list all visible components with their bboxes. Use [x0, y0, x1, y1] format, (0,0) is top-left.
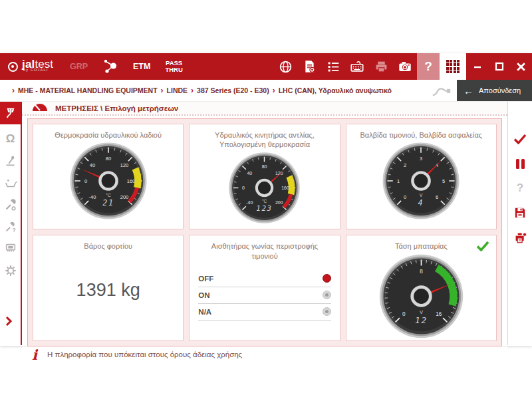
gauge-pump-motor-temp: -4004080120160200°C123	[227, 150, 302, 225]
svg-text:16: 16	[436, 311, 442, 317]
pause-icon	[515, 158, 525, 170]
help-panel-button[interactable]: ?	[513, 182, 527, 195]
radio-button[interactable]	[323, 291, 331, 299]
chevron-right-icon	[5, 316, 13, 327]
measurements-tabstrip: ΜΕΤΡΗΣΕΙΣ \ Επιλογή μετρήσεων	[22, 102, 507, 116]
printer-button[interactable]	[369, 53, 393, 80]
disconnect-button[interactable]: ← Αποσύνδεση	[457, 80, 532, 101]
svg-text:1: 1	[397, 178, 400, 184]
connection-cable-icon	[432, 80, 452, 101]
sidebar-item-settings[interactable]	[0, 259, 21, 281]
back-arrow-icon: ←	[464, 86, 473, 96]
oil-pan-icon	[4, 176, 17, 190]
minimize-icon	[473, 62, 482, 71]
svg-text:3: 3	[420, 156, 422, 162]
breadcrumb-item-system[interactable]: LHC (CAN), Υδραυλικό ανυψωτικό	[279, 86, 392, 94]
jaltest-logo-icon	[8, 62, 18, 72]
close-button[interactable]	[510, 53, 532, 80]
svg-text:40: 40	[89, 162, 94, 168]
save-icon	[514, 207, 526, 219]
report-print-button[interactable]	[513, 231, 527, 244]
card-title: Αισθητήρας γωνίας περιστροφής τιμονιού	[198, 241, 331, 261]
radio-option-on[interactable]: ON	[198, 287, 331, 304]
sidebar-item-service[interactable]	[0, 172, 21, 194]
svg-text:-40: -40	[247, 200, 253, 205]
breadcrumb-separator: ›	[161, 86, 164, 95]
minimize-button[interactable]	[466, 53, 488, 80]
card-title: Θερμοκρασία υδραυλικού λαδιού	[55, 130, 162, 140]
svg-text:4: 4	[418, 199, 424, 208]
measurements-panel: Θερμοκρασία υδραυλικού λαδιού -400408012…	[27, 118, 502, 346]
apps-grid-icon	[446, 60, 460, 74]
breadcrumb-separator: ›	[12, 86, 15, 95]
etm-button[interactable]: ETM	[133, 62, 150, 71]
measurement-card-pump-motor-temp: Υδραυλικός κινητήρας αντλίας, Υπολογισμέ…	[189, 124, 340, 229]
titlebar: jaltest by COJALI GRP ETM PASS THRU	[0, 53, 532, 80]
page-title: ΜΕΤΡΗΣΕΙΣ \ Επιλογή μετρήσεων	[55, 104, 178, 112]
apps-grid-button[interactable]	[440, 53, 466, 80]
globe-button[interactable]	[273, 53, 297, 80]
brand-subtitle: by COJALI	[23, 65, 48, 75]
svg-text:2: 2	[404, 162, 406, 168]
svg-text:0: 0	[402, 311, 406, 317]
keyboard-button[interactable]	[345, 53, 369, 80]
breadcrumb-item-brand[interactable]: LINDE	[167, 86, 188, 94]
sidebar-item-diagnostics[interactable]	[0, 102, 21, 124]
radio-option-na[interactable]: N/A	[198, 304, 331, 321]
svg-text:200: 200	[120, 194, 128, 200]
jaltest-logo[interactable]: jaltest by COJALI	[0, 59, 63, 74]
help-button[interactable]: ?	[417, 53, 440, 80]
left-sidebar: Ω	[0, 102, 22, 345]
gear-icon	[4, 264, 17, 277]
grp-button[interactable]: GRP	[70, 62, 88, 71]
report-button[interactable]	[297, 53, 321, 80]
vehicle-nodes-icon[interactable]	[102, 59, 118, 74]
radio-option-off[interactable]: OFF	[198, 271, 331, 287]
measurement-card-steering-valve: Βαλβίδα τιμονιού, Βαλβίδα ασφαλείας 0123…	[346, 124, 497, 229]
breadcrumb: › MHE - MATERIAL HANDLING EQUIPMENT › LI…	[0, 80, 426, 101]
wrench-gear-icon	[4, 198, 17, 211]
body-row: Ω	[0, 102, 532, 345]
printer-icon	[374, 60, 388, 74]
confirm-icon	[513, 134, 527, 144]
checklist-button[interactable]	[321, 53, 345, 80]
breadcrumb-item-series[interactable]: 387 Series (E20 - E30)	[197, 86, 269, 94]
camera-button[interactable]	[393, 53, 417, 80]
svg-text:123: 123	[257, 204, 273, 213]
desktop-background: jaltest by COJALI GRP ETM PASS THRU	[0, 0, 532, 399]
keyboard-icon	[350, 59, 364, 74]
confirm-button[interactable]	[513, 132, 527, 146]
sidebar-item-technical-help[interactable]: ?	[0, 215, 21, 237]
maximize-icon	[495, 62, 504, 71]
disconnect-label: Αποσύνδεση	[479, 86, 521, 94]
sidebar-item-maintenance[interactable]	[0, 194, 21, 215]
jaltest-window: jaltest by COJALI GRP ETM PASS THRU	[0, 53, 532, 346]
radio-button[interactable]	[323, 274, 331, 283]
svg-text:40: 40	[247, 170, 253, 175]
measurement-card-hydraulic-oil-temp: Θερμοκρασία υδραυλικού λαδιού -400408012…	[33, 124, 184, 229]
card-title: Βάρος φορτίου	[84, 241, 132, 251]
sidebar-item-actuations[interactable]	[0, 150, 21, 172]
breadcrumb-item-mhe[interactable]: MHE - MATERIAL HANDLING EQUIPMENT	[18, 86, 158, 94]
sidebar-item-ecu-data[interactable]	[0, 237, 21, 259]
radio-button[interactable]	[323, 307, 331, 316]
maximize-button[interactable]	[488, 53, 510, 80]
card-title: Βαλβίδα τιμονιού, Βαλβίδα ασφαλείας	[360, 130, 483, 140]
globe-icon	[279, 60, 293, 74]
svg-text:160: 160	[282, 186, 290, 190]
measurement-card-battery-voltage: Τάση μπαταρίας 0816V12	[346, 235, 497, 340]
pause-button[interactable]	[513, 157, 527, 170]
license-info-text: Η πληροφορία που υπόκειται στους όρους ά…	[47, 350, 242, 358]
main-area: ΜΕΤΡΗΣΕΙΣ \ Επιλογή μετρήσεων Θερμοκρασί…	[22, 102, 507, 345]
passthru-button[interactable]: PASS THRU	[165, 60, 182, 73]
load-weight-value: 1391 kg	[76, 251, 140, 340]
sidebar-item-measurements[interactable]: Ω	[0, 128, 21, 150]
save-button[interactable]	[513, 206, 527, 219]
omega-icon: Ω	[6, 132, 15, 146]
svg-text:200: 200	[275, 200, 283, 205]
svg-text:5: 5	[442, 178, 445, 184]
measurement-card-steering-angle-sensor: Αισθητήρας γωνίας περιστροφής τιμονιού O…	[189, 235, 340, 340]
svg-text:-40: -40	[88, 194, 96, 200]
sidebar-expand-button[interactable]	[5, 316, 13, 329]
report-print-icon	[514, 231, 527, 243]
